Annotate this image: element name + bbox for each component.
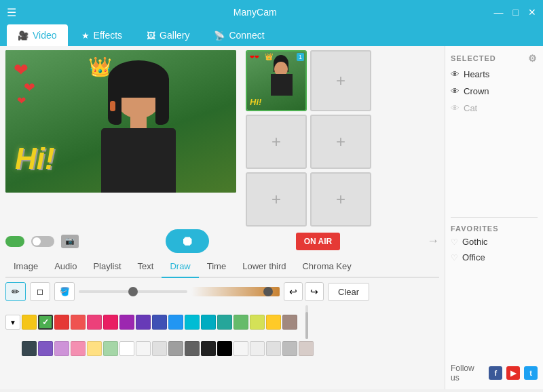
slot-2[interactable]: + — [310, 50, 371, 111]
eye-icon-crown[interactable]: 👁 — [451, 86, 460, 96]
color-swatch-white2[interactable] — [233, 341, 248, 356]
color-swatch-lime[interactable] — [250, 315, 265, 330]
color-swatch-lightpurple[interactable] — [54, 341, 69, 356]
slot-6[interactable]: + — [310, 172, 371, 227]
clear-button[interactable]: Clear — [328, 283, 369, 301]
size-slider-thumb[interactable] — [128, 287, 138, 296]
color-swatch-white[interactable] — [119, 341, 134, 356]
color-swatch-yellow[interactable] — [22, 315, 37, 330]
fill-button[interactable]: 🪣 — [54, 282, 75, 301]
tab-draw[interactable]: Draw — [162, 256, 198, 278]
color-swatch-deeppurple[interactable] — [38, 341, 53, 356]
youtube-button[interactable]: ▶ — [506, 366, 520, 380]
gray-toggle[interactable] — [31, 236, 54, 247]
minimize-button[interactable]: — — [494, 7, 504, 18]
crown-label: Crown — [464, 86, 489, 96]
color-swatch-lightgray[interactable] — [152, 341, 167, 356]
color-swatch-brown[interactable] — [282, 315, 297, 330]
tab-video[interactable]: 🎥 Video — [7, 24, 68, 46]
color-swatch-white3[interactable] — [250, 341, 265, 356]
color-swatch-lightgreen[interactable] — [233, 315, 248, 330]
size-slider-container — [79, 290, 187, 293]
color-swatch-black[interactable] — [217, 341, 232, 356]
slot-plus-icon: + — [272, 190, 281, 209]
color-swatch-red1[interactable] — [54, 315, 69, 330]
on-air-button[interactable]: ON AIR — [296, 233, 341, 250]
arrow-button[interactable]: → — [427, 234, 439, 248]
selected-label: SELECTED — [451, 54, 496, 62]
color-swatch-almostblack[interactable] — [201, 341, 216, 356]
color-swatch-cyan[interactable] — [185, 315, 200, 330]
crown-overlay: 👑 — [88, 56, 112, 78]
undo-button[interactable]: ↩ — [284, 282, 303, 301]
facebook-button[interactable]: f — [489, 366, 502, 380]
redo-button[interactable]: ↪ — [305, 282, 324, 301]
hamburger-icon[interactable]: ☰ — [7, 6, 16, 19]
tab-audio[interactable]: Audio — [46, 256, 85, 278]
tab-time[interactable]: Time — [199, 256, 234, 278]
effects-nav-icon: ★ — [81, 31, 90, 41]
color-swatch-amber[interactable] — [266, 315, 281, 330]
hearts-label: Hearts — [464, 69, 489, 79]
slot-1[interactable]: ❤❤ 👑 Hi! 1 — [246, 50, 307, 111]
color-row-2 — [5, 341, 439, 356]
slot-5[interactable]: + — [246, 172, 307, 227]
color-swatch-bluegray[interactable] — [22, 341, 37, 356]
opacity-slider[interactable] — [191, 287, 280, 296]
fav-item-gothic[interactable]: ♡ Gothic — [451, 235, 538, 248]
connect-nav-icon: 📡 — [214, 31, 225, 41]
color-swatch-teal2[interactable] — [217, 315, 232, 330]
settings-icon[interactable]: ⚙ — [528, 53, 538, 64]
left-zone: ❤ ❤ ❤ 👑 Hi! — [0, 46, 445, 389]
slot-plus-icon: + — [336, 71, 345, 90]
favorites-label: FAVORITES — [451, 224, 499, 233]
color-swatch-red2[interactable] — [71, 315, 86, 330]
tab-image[interactable]: Image — [5, 256, 46, 278]
slot-3[interactable]: + — [246, 115, 307, 169]
color-swatch-green[interactable] — [38, 315, 53, 330]
record-button[interactable]: ⏺ — [166, 229, 209, 253]
color-swatch-darkgray[interactable] — [185, 341, 200, 356]
fav-item-office[interactable]: ♡ Office — [451, 251, 538, 264]
maximize-button[interactable]: □ — [513, 7, 519, 18]
eye-icon-hearts[interactable]: 👁 — [451, 69, 460, 79]
color-swatch-tan[interactable] — [299, 341, 314, 356]
color-swatch-gray[interactable] — [168, 341, 183, 356]
tab-playlist[interactable]: Playlist — [85, 256, 129, 278]
eye-icon-cat[interactable]: 👁 — [451, 103, 460, 113]
color-swatch-lightpink[interactable] — [71, 341, 86, 356]
tab-connect[interactable]: 📡 Connect — [203, 24, 275, 46]
tab-lower-third[interactable]: Lower third — [234, 256, 294, 278]
tab-chroma-key[interactable]: Chroma Key — [294, 256, 359, 278]
color-dropdown[interactable]: ▼ — [5, 315, 20, 330]
color-swatch-white4[interactable] — [266, 341, 281, 356]
tab-effects[interactable]: ★ Effects — [71, 24, 134, 46]
palette-scrollbar[interactable] — [305, 305, 308, 339]
tab-effects-label: Effects — [94, 30, 123, 41]
color-swatch-purple2[interactable] — [136, 315, 151, 330]
green-toggle[interactable] — [5, 236, 24, 247]
color-swatch-lightyellow[interactable] — [87, 341, 102, 356]
color-row-1: ▼ — [5, 305, 439, 339]
camera-icon[interactable]: 📷 — [61, 235, 79, 248]
opacity-slider-thumb[interactable] — [263, 287, 273, 296]
size-slider-track[interactable] — [79, 290, 187, 293]
slot-4[interactable]: + — [310, 115, 371, 169]
close-button[interactable]: ✕ — [528, 7, 536, 18]
tab-gallery[interactable]: 🖼 Gallery — [136, 24, 200, 46]
color-swatch-purple1[interactable] — [119, 315, 134, 330]
twitter-button[interactable]: t — [524, 366, 538, 380]
color-swatch-hotpink[interactable] — [103, 315, 118, 330]
color-swatch-offwhite[interactable] — [136, 341, 151, 356]
tab-text[interactable]: Text — [130, 256, 162, 278]
color-swatch-white5[interactable] — [282, 341, 297, 356]
color-swatch-lightgreen2[interactable] — [103, 341, 118, 356]
gothic-label: Gothic — [462, 237, 488, 247]
pencil-button[interactable]: ✏ — [5, 282, 26, 301]
color-swatch-indigo[interactable] — [152, 315, 167, 330]
eraser-button[interactable]: ◻ — [30, 282, 50, 301]
color-swatch-blue[interactable] — [168, 315, 183, 330]
color-swatch-pink[interactable] — [87, 315, 102, 330]
hearts-overlay: ❤ ❤ ❤ — [14, 60, 35, 106]
color-swatch-teal[interactable] — [201, 315, 216, 330]
